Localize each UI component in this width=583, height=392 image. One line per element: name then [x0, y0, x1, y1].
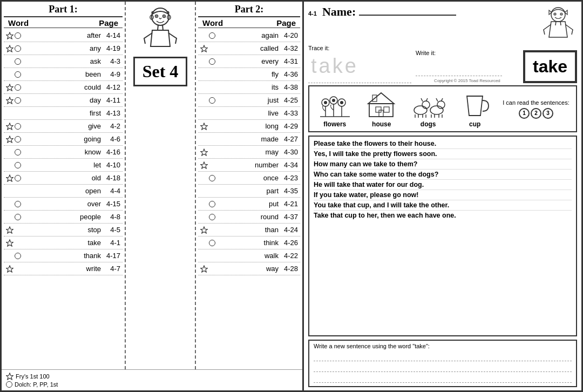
page-num: 4-17 — [104, 252, 120, 260]
page-num: 4-33 — [282, 109, 298, 117]
col2-word-label: Word — [202, 18, 223, 28]
word-text: old — [21, 174, 104, 182]
word-text: thank — [21, 252, 104, 260]
part1-section: Part 1: Word Page after4-14any4-19ask4-3… — [2, 2, 126, 369]
page-num: 4-5 — [104, 226, 120, 234]
svg-text:take: take — [311, 55, 358, 77]
word-text: fly — [215, 70, 282, 78]
sentences-label: I can read the sentences: — [503, 99, 570, 106]
page-num: 4-24 — [282, 226, 298, 234]
svg-marker-1 — [6, 45, 13, 52]
svg-marker-0 — [6, 32, 13, 39]
dogs-svg — [411, 91, 446, 119]
svg-marker-6 — [6, 175, 13, 181]
sentence-8: Take that cup to her, then we each have … — [314, 211, 572, 220]
badge-1[interactable]: 1 — [519, 108, 530, 119]
badge-2[interactable]: 2 — [531, 108, 541, 119]
dogs-label: dogs — [421, 120, 436, 128]
part1-row: any4-19 — [4, 42, 123, 55]
page-num: 4-4 — [104, 187, 120, 195]
part2-row: way4-28 — [198, 262, 300, 275]
page-num: 4-30 — [282, 148, 298, 156]
page-num: 4-26 — [282, 239, 298, 247]
word-text: long — [215, 122, 282, 130]
star-icon — [6, 45, 13, 52]
flowers-label: flowers — [323, 120, 346, 128]
circle-icon — [209, 175, 215, 181]
set-label-box: Set 4 — [133, 57, 188, 86]
legend-dolch: Dolch: P, PP, 1st — [6, 381, 58, 388]
sentence-7: You take that cup, and I will take the o… — [314, 200, 572, 211]
page-num: 4-10 — [104, 161, 120, 169]
part1-row: know4-16 — [4, 146, 123, 159]
svg-line-18 — [162, 25, 163, 30]
page-num: 4-19 — [104, 44, 120, 52]
part1-row: going4-6 — [4, 133, 123, 146]
page-num: 4-37 — [282, 213, 298, 221]
col-page-label: Page — [99, 18, 118, 28]
word-text: open — [21, 187, 104, 195]
word-text: every — [215, 57, 282, 65]
part2-row: part4-35 — [198, 185, 300, 198]
star-icon — [6, 123, 13, 130]
col2-page-label: Page — [276, 18, 296, 28]
svg-marker-23 — [201, 227, 208, 233]
parts-container: Part 1: Word Page after4-14any4-19ask4-3… — [2, 2, 302, 369]
house-picture-box — [363, 90, 401, 119]
page-num: 4-9 — [104, 70, 120, 78]
svg-point-42 — [340, 101, 343, 104]
svg-marker-2 — [6, 84, 13, 91]
circle-icon — [209, 240, 215, 246]
part1-col-headers: Word Page — [4, 18, 123, 28]
legend-section: Fry's 1st 100 Dolch: P, PP, 1st — [2, 369, 302, 390]
star-icon — [200, 226, 208, 234]
part2-row: every4-31 — [198, 55, 300, 68]
keyword-box: take — [523, 50, 577, 83]
copyright-text: Copyright © 2015 Toad Resourced — [416, 78, 519, 83]
circle-icon — [15, 149, 21, 156]
page-num: 4-1 — [104, 239, 120, 247]
write-line-3[interactable] — [314, 373, 572, 383]
write-line-2[interactable] — [314, 362, 572, 372]
word-text: day — [21, 96, 104, 104]
svg-marker-4 — [6, 123, 13, 130]
page-num: 4-34 — [282, 161, 298, 169]
word-text: once — [215, 174, 282, 182]
part2-row: called4-32 — [198, 42, 300, 55]
trace-word-svg: take — [308, 52, 389, 77]
circle-legend-icon — [6, 381, 12, 388]
svg-rect-46 — [376, 107, 381, 112]
cup-svg — [457, 91, 492, 119]
part2-row: think4-26 — [198, 236, 300, 249]
page-num: 4-12 — [104, 83, 120, 91]
page-num: 4-29 — [282, 122, 298, 130]
badge-3-text: 3 — [546, 110, 550, 116]
circle-icon — [15, 136, 21, 143]
write-line-1[interactable] — [314, 352, 572, 361]
part1-row: take4-1 — [4, 236, 123, 249]
word-text: ask — [21, 57, 104, 65]
legend-dolch-text: Dolch: P, PP, 1st — [15, 381, 58, 388]
part1-row: first4-13 — [4, 107, 123, 120]
star-icon — [6, 239, 13, 247]
badge-3[interactable]: 3 — [543, 108, 553, 119]
main-container: Part 1: Word Page after4-14any4-19ask4-3… — [0, 0, 583, 392]
left-panel: Part 1: Word Page after4-14any4-19ask4-3… — [2, 2, 304, 390]
star-icon — [6, 226, 13, 234]
right-panel: 4-1 Name: — [304, 2, 581, 390]
page-num: 4-3 — [104, 57, 120, 65]
word-text: live — [215, 109, 282, 117]
part1-row: stop4-5 — [4, 224, 123, 236]
svg-marker-20 — [201, 123, 208, 130]
picture-house: house — [363, 90, 401, 128]
legend-fry: Fry's 1st 100 — [6, 373, 50, 380]
set-illustration: Set 4 — [126, 2, 196, 369]
trace-word: take — [308, 52, 411, 83]
svg-marker-7 — [6, 227, 13, 233]
part2-row: once4-23 — [198, 172, 300, 185]
svg-marker-24 — [201, 266, 208, 272]
circle-icon — [209, 58, 215, 65]
part2-section: Part 2: Word Page again4-20called4-32eve… — [196, 2, 302, 369]
part1-row: ask4-3 — [4, 55, 123, 68]
part1-row: give4-2 — [4, 120, 123, 133]
